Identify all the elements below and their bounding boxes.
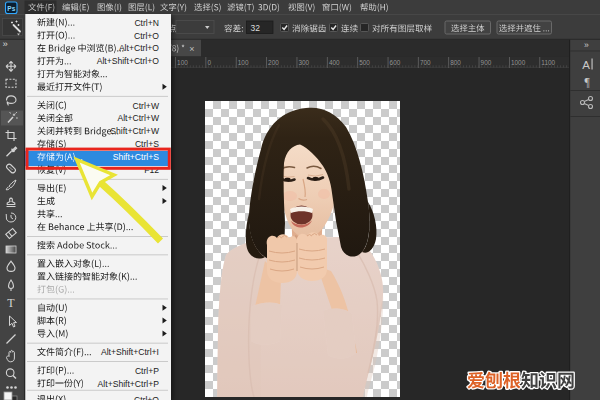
svg-text:Shift+Ctrl+S: Shift+Ctrl+S (113, 152, 160, 162)
svg-text:Alt+Ctrl+O: Alt+Ctrl+O (119, 43, 159, 53)
svg-text:Ctrl+P: Ctrl+P (135, 366, 159, 376)
svg-text:F12: F12 (144, 165, 159, 175)
svg-text:Ctrl+N: Ctrl+N (134, 18, 159, 28)
svg-text:Shift+Ctrl+W: Shift+Ctrl+W (110, 126, 160, 136)
svg-text:Ctrl+Q: Ctrl+Q (134, 395, 159, 400)
svg-text:Ctrl+W: Ctrl+W (133, 101, 160, 111)
svg-text:Ctrl+O: Ctrl+O (134, 31, 159, 41)
svg-text:Alt+Shift+Ctrl+O: Alt+Shift+Ctrl+O (97, 56, 160, 66)
svg-text:Alt+Shift+Ctrl+P: Alt+Shift+Ctrl+P (98, 379, 160, 389)
svg-text:Alt+Ctrl+W: Alt+Ctrl+W (117, 113, 159, 123)
svg-text:Alt+Shift+Ctrl+I: Alt+Shift+Ctrl+I (101, 347, 159, 357)
